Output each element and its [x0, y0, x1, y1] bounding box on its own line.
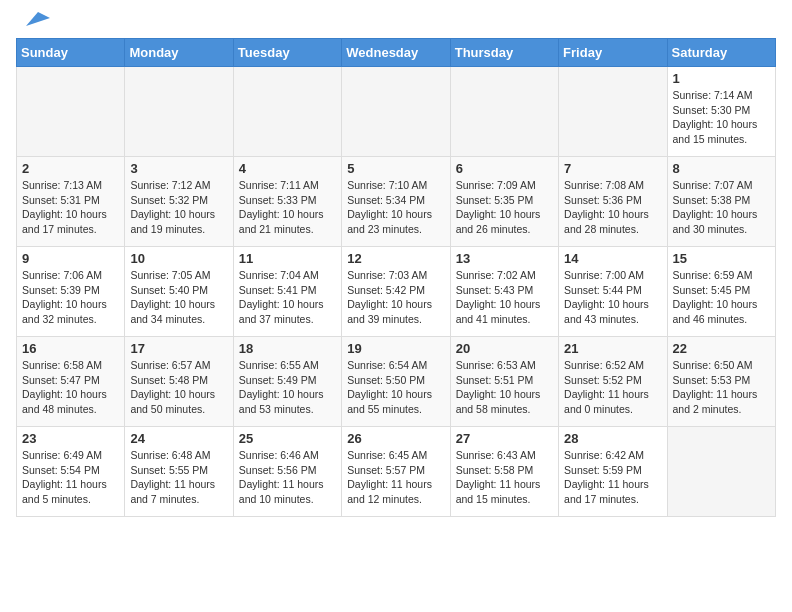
- weekday-header-wednesday: Wednesday: [342, 39, 450, 67]
- day-info: Sunrise: 6:57 AM Sunset: 5:48 PM Dayligh…: [130, 358, 227, 417]
- calendar-cell: 21Sunrise: 6:52 AM Sunset: 5:52 PM Dayli…: [559, 337, 667, 427]
- week-row-3: 9Sunrise: 7:06 AM Sunset: 5:39 PM Daylig…: [17, 247, 776, 337]
- calendar-cell: 28Sunrise: 6:42 AM Sunset: 5:59 PM Dayli…: [559, 427, 667, 517]
- calendar-cell: [233, 67, 341, 157]
- day-info: Sunrise: 6:55 AM Sunset: 5:49 PM Dayligh…: [239, 358, 336, 417]
- day-info: Sunrise: 7:03 AM Sunset: 5:42 PM Dayligh…: [347, 268, 444, 327]
- logo-icon: [18, 10, 50, 28]
- calendar-cell: 18Sunrise: 6:55 AM Sunset: 5:49 PM Dayli…: [233, 337, 341, 427]
- week-row-1: 1Sunrise: 7:14 AM Sunset: 5:30 PM Daylig…: [17, 67, 776, 157]
- calendar-cell: 20Sunrise: 6:53 AM Sunset: 5:51 PM Dayli…: [450, 337, 558, 427]
- day-info: Sunrise: 6:48 AM Sunset: 5:55 PM Dayligh…: [130, 448, 227, 507]
- weekday-header-row: SundayMondayTuesdayWednesdayThursdayFrid…: [17, 39, 776, 67]
- day-number: 1: [673, 71, 770, 86]
- day-info: Sunrise: 7:06 AM Sunset: 5:39 PM Dayligh…: [22, 268, 119, 327]
- calendar-cell: [342, 67, 450, 157]
- day-number: 23: [22, 431, 119, 446]
- calendar-cell: 12Sunrise: 7:03 AM Sunset: 5:42 PM Dayli…: [342, 247, 450, 337]
- day-number: 28: [564, 431, 661, 446]
- day-number: 6: [456, 161, 553, 176]
- day-number: 18: [239, 341, 336, 356]
- day-info: Sunrise: 7:14 AM Sunset: 5:30 PM Dayligh…: [673, 88, 770, 147]
- day-number: 27: [456, 431, 553, 446]
- weekday-header-friday: Friday: [559, 39, 667, 67]
- day-info: Sunrise: 7:08 AM Sunset: 5:36 PM Dayligh…: [564, 178, 661, 237]
- calendar-cell: [450, 67, 558, 157]
- day-number: 14: [564, 251, 661, 266]
- day-info: Sunrise: 6:46 AM Sunset: 5:56 PM Dayligh…: [239, 448, 336, 507]
- day-info: Sunrise: 7:00 AM Sunset: 5:44 PM Dayligh…: [564, 268, 661, 327]
- day-info: Sunrise: 6:52 AM Sunset: 5:52 PM Dayligh…: [564, 358, 661, 417]
- calendar-cell: 10Sunrise: 7:05 AM Sunset: 5:40 PM Dayli…: [125, 247, 233, 337]
- calendar-cell: [667, 427, 775, 517]
- calendar-cell: [125, 67, 233, 157]
- page-header: [16, 16, 776, 28]
- calendar-cell: 8Sunrise: 7:07 AM Sunset: 5:38 PM Daylig…: [667, 157, 775, 247]
- day-info: Sunrise: 7:05 AM Sunset: 5:40 PM Dayligh…: [130, 268, 227, 327]
- day-info: Sunrise: 7:11 AM Sunset: 5:33 PM Dayligh…: [239, 178, 336, 237]
- day-number: 19: [347, 341, 444, 356]
- day-number: 5: [347, 161, 444, 176]
- calendar-cell: 16Sunrise: 6:58 AM Sunset: 5:47 PM Dayli…: [17, 337, 125, 427]
- calendar-cell: 23Sunrise: 6:49 AM Sunset: 5:54 PM Dayli…: [17, 427, 125, 517]
- day-number: 26: [347, 431, 444, 446]
- day-info: Sunrise: 6:43 AM Sunset: 5:58 PM Dayligh…: [456, 448, 553, 507]
- day-number: 20: [456, 341, 553, 356]
- calendar-cell: 22Sunrise: 6:50 AM Sunset: 5:53 PM Dayli…: [667, 337, 775, 427]
- weekday-header-thursday: Thursday: [450, 39, 558, 67]
- day-info: Sunrise: 7:04 AM Sunset: 5:41 PM Dayligh…: [239, 268, 336, 327]
- day-number: 24: [130, 431, 227, 446]
- calendar-cell: 27Sunrise: 6:43 AM Sunset: 5:58 PM Dayli…: [450, 427, 558, 517]
- day-number: 22: [673, 341, 770, 356]
- logo: [16, 16, 50, 28]
- calendar-cell: 1Sunrise: 7:14 AM Sunset: 5:30 PM Daylig…: [667, 67, 775, 157]
- day-info: Sunrise: 6:59 AM Sunset: 5:45 PM Dayligh…: [673, 268, 770, 327]
- day-number: 10: [130, 251, 227, 266]
- day-info: Sunrise: 6:58 AM Sunset: 5:47 PM Dayligh…: [22, 358, 119, 417]
- calendar-cell: 26Sunrise: 6:45 AM Sunset: 5:57 PM Dayli…: [342, 427, 450, 517]
- day-info: Sunrise: 7:13 AM Sunset: 5:31 PM Dayligh…: [22, 178, 119, 237]
- day-number: 8: [673, 161, 770, 176]
- day-number: 11: [239, 251, 336, 266]
- day-number: 2: [22, 161, 119, 176]
- day-info: Sunrise: 7:02 AM Sunset: 5:43 PM Dayligh…: [456, 268, 553, 327]
- calendar-cell: 13Sunrise: 7:02 AM Sunset: 5:43 PM Dayli…: [450, 247, 558, 337]
- day-number: 21: [564, 341, 661, 356]
- calendar-cell: 3Sunrise: 7:12 AM Sunset: 5:32 PM Daylig…: [125, 157, 233, 247]
- week-row-5: 23Sunrise: 6:49 AM Sunset: 5:54 PM Dayli…: [17, 427, 776, 517]
- day-info: Sunrise: 7:09 AM Sunset: 5:35 PM Dayligh…: [456, 178, 553, 237]
- calendar-cell: 9Sunrise: 7:06 AM Sunset: 5:39 PM Daylig…: [17, 247, 125, 337]
- weekday-header-saturday: Saturday: [667, 39, 775, 67]
- day-number: 7: [564, 161, 661, 176]
- day-number: 12: [347, 251, 444, 266]
- day-number: 13: [456, 251, 553, 266]
- day-info: Sunrise: 6:54 AM Sunset: 5:50 PM Dayligh…: [347, 358, 444, 417]
- calendar-cell: 11Sunrise: 7:04 AM Sunset: 5:41 PM Dayli…: [233, 247, 341, 337]
- calendar-cell: 2Sunrise: 7:13 AM Sunset: 5:31 PM Daylig…: [17, 157, 125, 247]
- day-info: Sunrise: 6:49 AM Sunset: 5:54 PM Dayligh…: [22, 448, 119, 507]
- week-row-2: 2Sunrise: 7:13 AM Sunset: 5:31 PM Daylig…: [17, 157, 776, 247]
- weekday-header-sunday: Sunday: [17, 39, 125, 67]
- calendar-cell: 17Sunrise: 6:57 AM Sunset: 5:48 PM Dayli…: [125, 337, 233, 427]
- day-info: Sunrise: 6:50 AM Sunset: 5:53 PM Dayligh…: [673, 358, 770, 417]
- week-row-4: 16Sunrise: 6:58 AM Sunset: 5:47 PM Dayli…: [17, 337, 776, 427]
- day-number: 3: [130, 161, 227, 176]
- day-info: Sunrise: 6:53 AM Sunset: 5:51 PM Dayligh…: [456, 358, 553, 417]
- calendar-cell: 15Sunrise: 6:59 AM Sunset: 5:45 PM Dayli…: [667, 247, 775, 337]
- day-number: 16: [22, 341, 119, 356]
- day-info: Sunrise: 6:42 AM Sunset: 5:59 PM Dayligh…: [564, 448, 661, 507]
- day-number: 25: [239, 431, 336, 446]
- day-info: Sunrise: 7:10 AM Sunset: 5:34 PM Dayligh…: [347, 178, 444, 237]
- svg-marker-0: [26, 12, 50, 26]
- calendar-table: SundayMondayTuesdayWednesdayThursdayFrid…: [16, 38, 776, 517]
- calendar-cell: 14Sunrise: 7:00 AM Sunset: 5:44 PM Dayli…: [559, 247, 667, 337]
- calendar-cell: 7Sunrise: 7:08 AM Sunset: 5:36 PM Daylig…: [559, 157, 667, 247]
- calendar-cell: 6Sunrise: 7:09 AM Sunset: 5:35 PM Daylig…: [450, 157, 558, 247]
- day-info: Sunrise: 7:07 AM Sunset: 5:38 PM Dayligh…: [673, 178, 770, 237]
- calendar-cell: [559, 67, 667, 157]
- calendar-cell: 25Sunrise: 6:46 AM Sunset: 5:56 PM Dayli…: [233, 427, 341, 517]
- weekday-header-tuesday: Tuesday: [233, 39, 341, 67]
- weekday-header-monday: Monday: [125, 39, 233, 67]
- day-number: 9: [22, 251, 119, 266]
- calendar-cell: 4Sunrise: 7:11 AM Sunset: 5:33 PM Daylig…: [233, 157, 341, 247]
